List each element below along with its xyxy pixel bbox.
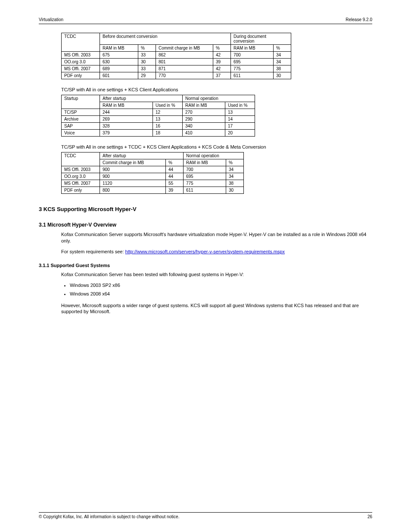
t2-sub-used2: Used in % (225, 102, 255, 109)
table-tcdc-conversion: TCDC Before document conversion During d… (61, 33, 291, 79)
footer-copyright: © Copyright Kofax, Inc. All information … (39, 514, 179, 519)
heading-3: 3 KCS Supporting Microsoft Hyper-V (39, 206, 372, 212)
t3-sub-pct2: % (226, 159, 244, 166)
table-row: Voice 379 18 410 20 (62, 130, 255, 137)
list-item: Windows 2008 x64 (70, 290, 372, 298)
t1-sub-ram2: RAM in MB (231, 45, 274, 52)
list-item: Windows 2003 SP2 x86 (70, 282, 372, 289)
t1-head-before: Before document conversion (100, 33, 231, 45)
header-right: Release 9.2.0 (346, 17, 372, 22)
paragraph-tested: Kofax Communication Server has been test… (61, 271, 372, 278)
t2-sub-ram: RAM in MB (100, 102, 153, 109)
t1-head-during: During document conversion (231, 33, 291, 45)
table-startup: Startup After startup Normal operation R… (61, 95, 255, 137)
t3-sub-commit: Commit charge in MB (100, 159, 166, 166)
t2-sub-ram2: RAM in MB (183, 102, 225, 109)
guest-systems-list: Windows 2003 SP2 x86 Windows 2008 x64 (70, 282, 372, 298)
table-row: MS Offi. 2007 689 33 871 42 775 38 (62, 65, 291, 72)
t1-sub-pct3: % (274, 45, 291, 52)
t3-sub-pct1: % (166, 159, 184, 166)
t2-sub-used1: Used in % (153, 102, 183, 109)
table-row: PDF only 800 39 611 30 (62, 187, 244, 194)
t3-head-tcdc: TCDC (62, 152, 100, 166)
table-row: OO.org 3.0 900 44 695 34 (62, 173, 244, 180)
t1-sub-pct1: % (138, 45, 156, 52)
t1-sub-ram: RAM in MB (100, 45, 138, 52)
table-row: OO.org 3.0 630 30 801 39 695 34 (62, 59, 291, 65)
sysreq-prefix: For system requirements see: (61, 249, 125, 254)
footer-page-number: 26 (367, 514, 372, 519)
sysreq-link[interactable]: http://www.microsoft.com/servers/hyper-v… (125, 249, 285, 254)
t2-head-after: After startup (100, 95, 183, 102)
t2-head-startup: Startup (62, 95, 100, 109)
header-divider (39, 24, 372, 24)
t1-sub-commit: Commit charge in MB (156, 45, 213, 52)
table-row: TC/SP 244 12 270 13 (62, 109, 255, 116)
heading-3-1: 3.1 Microsoft Hyper-V Overview (39, 222, 372, 228)
paragraph-overview: Kofax Communication Server supports Micr… (61, 231, 372, 244)
t1-sub-pct2: % (213, 45, 231, 52)
table-row: PDF only 601 29 770 37 611 30 (62, 72, 291, 79)
table-row: Archive 269 13 290 14 (62, 116, 255, 123)
table-row: MS Offi. 2003 675 33 862 42 700 34 (62, 52, 291, 59)
t3-head-normal: Normal operation (184, 152, 244, 159)
heading-3-1-1: 3.1.1 Supported Guest Systems (39, 263, 372, 268)
table-row: SAP 328 16 340 17 (62, 123, 255, 130)
header-left: Virtualization (39, 17, 63, 22)
paragraph-sysreq: For system requirements see: http://www.… (61, 249, 372, 255)
t2-head-normal: Normal operation (183, 95, 255, 102)
table-tcdc-startup: TCDC After startup Normal operation Comm… (61, 152, 244, 194)
table3-caption: TC/SP with All in one settings + TCDC + … (61, 144, 372, 149)
t3-head-after: After startup (100, 152, 184, 159)
table-row: MS Offi. 2003 900 44 700 34 (62, 166, 244, 173)
paragraph-support: However, Microsoft supports a wider rang… (61, 302, 372, 315)
table2-caption: TC/SP with All in one settings + KCS Cli… (61, 87, 372, 92)
t1-head-tcdc: TCDC (62, 33, 100, 52)
table-row: MS Offi. 2007 1120 55 775 38 (62, 180, 244, 187)
t3-sub-ram: RAM in MB (184, 159, 226, 166)
